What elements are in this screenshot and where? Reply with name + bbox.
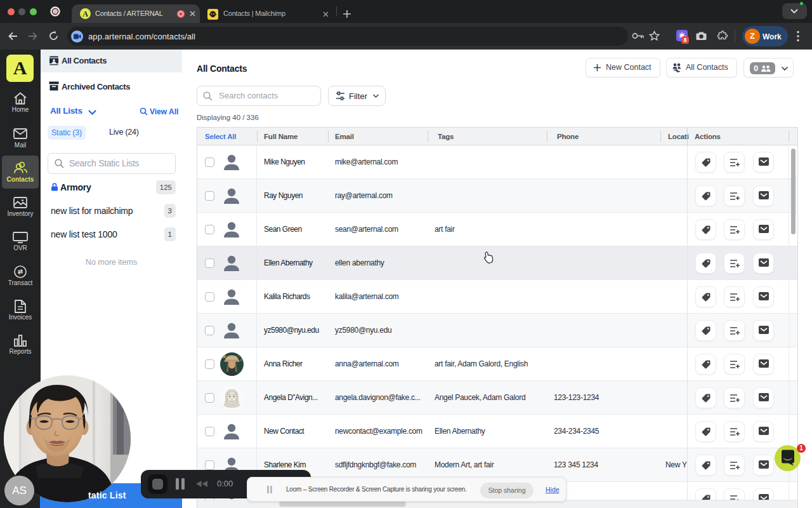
svg-text:tatic List: tatic List: [88, 490, 126, 500]
svg-text:A: A: [82, 10, 88, 18]
